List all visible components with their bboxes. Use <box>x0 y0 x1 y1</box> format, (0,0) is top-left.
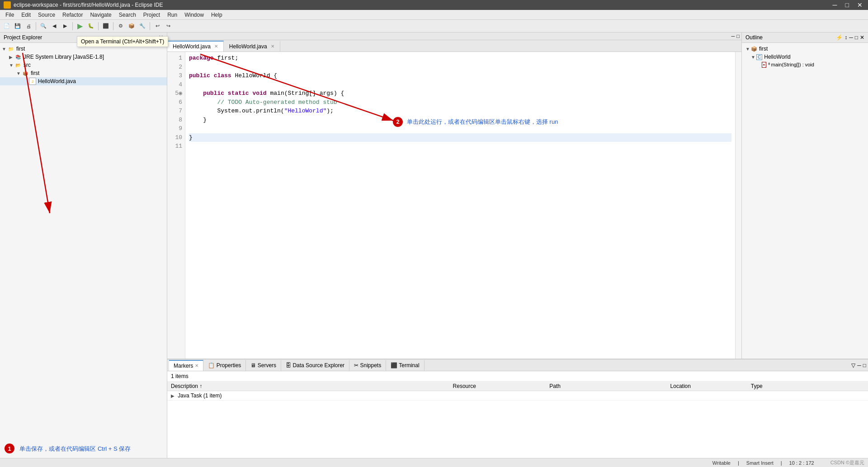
bottom-tab-markers[interactable]: Markers ✕ <box>169 360 203 371</box>
toolbar-separator-2 <box>72 22 73 30</box>
col-type[interactable]: Type <box>747 382 868 391</box>
toolbar-btn-5[interactable]: ↪ <box>163 21 173 31</box>
bottom-tab-properties[interactable]: 📋 Properties <box>203 360 246 371</box>
tree-item-helloworldjava[interactable]: J HelloWorld.java <box>0 77 167 85</box>
close-button[interactable]: ✕ <box>855 1 864 9</box>
properties-tab-label: 📋 Properties <box>208 362 241 369</box>
status-divider-2: | <box>781 460 782 466</box>
toolbar-btn-4[interactable]: ↩ <box>152 21 162 31</box>
tree-label-package: first <box>31 70 39 76</box>
run-button[interactable]: ▶ <box>75 21 85 31</box>
new-button[interactable]: 📄 <box>2 21 12 31</box>
minimize-button[interactable]: ─ <box>831 1 839 9</box>
tab-close-1[interactable]: ✕ <box>214 44 218 49</box>
save-button[interactable]: 💾 <box>13 21 23 31</box>
tab-close-2[interactable]: ✕ <box>271 44 274 49</box>
menu-edit[interactable]: Edit <box>18 11 34 19</box>
eclipse-icon <box>4 1 11 9</box>
debug-button[interactable]: 🐛 <box>86 21 96 31</box>
editor-maximize-icon[interactable]: □ <box>736 33 740 39</box>
toolbar-btn-1[interactable]: ⚙ <box>116 21 126 31</box>
menu-help[interactable]: Help <box>208 11 226 19</box>
status-divider-1: | <box>738 460 739 466</box>
search-button[interactable]: 🔍 <box>38 21 48 31</box>
project-icon: 📁 <box>7 45 14 52</box>
outline-header: Outline ⚡ ↕ ─ □ ✕ <box>742 33 868 43</box>
outline-maximize[interactable]: □ <box>855 34 858 41</box>
code-line-1: package first; <box>189 54 731 63</box>
table-header-row: Description ↑ Resource Path Location Typ… <box>167 382 868 391</box>
code-line-4 <box>189 80 731 89</box>
annotation-1-text: 单击保存，或者在代码编辑区 Ctrl + S 保存 <box>19 445 131 452</box>
editor-minimize-icon[interactable]: ─ <box>731 33 735 39</box>
bottom-tab-datasource[interactable]: 🗄 Data Source Explorer <box>281 360 349 371</box>
code-editor[interactable]: 1 2 3 4 5◉ 6 7 8 9 10 11 package first; <box>167 52 741 359</box>
outline-package-icon: 📦 <box>751 46 757 52</box>
bottom-tab-terminal[interactable]: ⬛ Terminal <box>386 360 424 371</box>
code-line-10: } <box>189 133 731 142</box>
tree-item-jre[interactable]: ▶ 📚 JRE System Library [JavaSE-1.8] <box>0 53 167 61</box>
editor-tab-helloworld-1[interactable]: HelloWorld.java ✕ <box>167 41 224 51</box>
back-button[interactable]: ◀ <box>49 21 59 31</box>
row-resource <box>449 391 546 401</box>
code-line-3: public class HelloWorld { <box>189 71 731 80</box>
bottom-maximize[interactable]: □ <box>863 362 866 369</box>
menu-search[interactable]: Search <box>115 11 140 19</box>
open-terminal-button[interactable]: ⬛ <box>101 21 111 31</box>
code-content[interactable]: package first; public class HelloWorld {… <box>185 52 735 359</box>
tree-item-src[interactable]: ▼ 📂 src <box>0 61 167 69</box>
outline-item-first[interactable]: ▼ 📦 first <box>744 45 866 53</box>
menu-navigate[interactable]: Navigate <box>86 11 115 19</box>
outline-close[interactable]: ✕ <box>860 34 864 41</box>
status-writable: Writable <box>712 460 731 466</box>
col-path[interactable]: Path <box>546 382 666 391</box>
outline-toolbar-1[interactable]: ⚡ <box>836 34 843 41</box>
code-line-2 <box>189 63 731 72</box>
maximize-button[interactable]: □ <box>844 1 851 9</box>
col-description[interactable]: Description ↑ <box>167 382 449 391</box>
bottom-toolbar: ▽ ─ □ <box>851 362 866 369</box>
markers-count: 1 items <box>171 373 189 379</box>
editor-scrollbar[interactable] <box>735 52 741 359</box>
bottom-panel: Markers ✕ 📋 Properties 🖥 Servers 🗄 Data … <box>167 359 868 458</box>
col-location[interactable]: Location <box>667 382 747 391</box>
tree-item-first-package[interactable]: ▼ 📦 first <box>0 69 167 77</box>
filter-icon[interactable]: ▽ <box>851 362 855 369</box>
outline-toolbar-2[interactable]: ↕ <box>844 34 847 41</box>
print-button[interactable]: 🖨 <box>24 21 33 31</box>
markers-tab-close[interactable]: ✕ <box>195 363 198 368</box>
menu-refactor[interactable]: Refactor <box>59 11 86 19</box>
bottom-minimize[interactable]: ─ <box>857 362 861 369</box>
outline-panel: Outline ⚡ ↕ ─ □ ✕ ▼ 📦 first <box>741 33 868 359</box>
tree-arrow-src: ▼ <box>9 63 14 68</box>
outline-label-helloworld: HelloWorld <box>764 54 790 60</box>
forward-button[interactable]: ▶ <box>60 21 70 31</box>
toolbar-btn-3[interactable]: 🔧 <box>137 21 147 31</box>
expand-icon[interactable]: ▶ <box>171 393 175 398</box>
menu-run[interactable]: Run <box>164 11 181 19</box>
editor-tab-helloworld-2[interactable]: HelloWorld.java ✕ <box>224 41 280 51</box>
status-insert-mode: Smart Insert <box>746 460 774 466</box>
outline-method-icon: • <box>762 62 766 68</box>
java-file-icon: J <box>29 78 36 85</box>
package-icon: 📦 <box>22 70 29 77</box>
col-resource[interactable]: Resource <box>449 382 546 391</box>
outline-minimize[interactable]: ─ <box>849 34 853 41</box>
table-row[interactable]: ▶ Java Task (1 item) <box>167 391 868 401</box>
project-explorer-title: Project Explorer <box>4 34 42 41</box>
outline-item-main[interactable]: • ⁸ main(String[]) : void <box>744 61 866 69</box>
tree-arrow-first: ▼ <box>2 47 7 51</box>
menu-source[interactable]: Source <box>34 11 59 19</box>
project-explorer: Project Explorer ✕ ▼ 📁 first ▶ 📚 JRE Sys… <box>0 33 167 458</box>
bottom-tab-servers[interactable]: 🖥 Servers <box>246 360 281 371</box>
menu-project[interactable]: Project <box>140 11 164 19</box>
editor-area: ─ □ HelloWorld.java ✕ HelloWorld.java ✕ <box>167 33 741 359</box>
toolbar: 📄 💾 🖨 🔍 ◀ ▶ ▶ 🐛 ⬛ ⚙ 📦 🔧 ↩ ↪ <box>0 20 868 33</box>
toolbar-btn-2[interactable]: 📦 <box>127 21 137 31</box>
editor-tabs: HelloWorld.java ✕ HelloWorld.java ✕ <box>167 40 741 52</box>
outline-item-helloworld[interactable]: ▼ C HelloWorld <box>744 53 866 61</box>
snippets-tab-label: ✂ Snippets <box>354 362 381 369</box>
menu-window[interactable]: Window <box>181 11 208 19</box>
menu-file[interactable]: File <box>2 11 18 19</box>
bottom-tab-snippets[interactable]: ✂ Snippets <box>349 360 386 371</box>
